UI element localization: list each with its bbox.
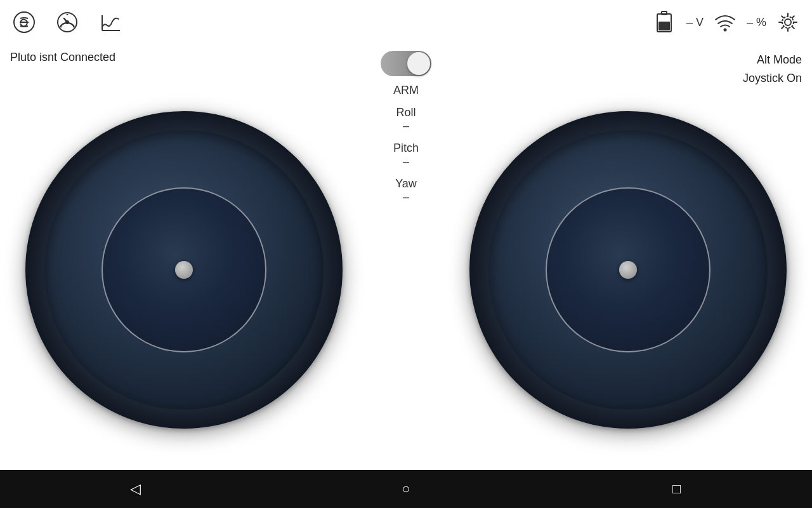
right-joystick-center bbox=[619, 261, 637, 279]
joysticks-area bbox=[0, 70, 812, 470]
top-bar-right: – V – % bbox=[651, 8, 802, 36]
battery-icon bbox=[651, 8, 679, 36]
right-joystick-wrapper bbox=[457, 86, 799, 454]
connection-text: Pluto isnt Connected bbox=[10, 51, 115, 64]
wifi-icon bbox=[711, 8, 739, 36]
left-joystick-wrapper bbox=[13, 86, 355, 454]
gauge-icon-button[interactable] bbox=[53, 8, 81, 36]
left-joystick-disc[interactable] bbox=[25, 111, 343, 429]
back-icon: ◁ bbox=[130, 481, 141, 497]
svg-point-4 bbox=[66, 21, 69, 23]
battery-voltage: – V bbox=[686, 16, 704, 29]
home-button[interactable]: ○ bbox=[387, 470, 425, 508]
settings-icon-button[interactable] bbox=[774, 8, 802, 36]
bottom-nav-bar: ◁ ○ □ bbox=[0, 470, 812, 508]
left-joystick-inner-ring bbox=[102, 187, 266, 352]
right-joystick-outer-ring bbox=[488, 130, 768, 410]
top-bar: – V – % bbox=[0, 0, 812, 44]
alt-mode-label: Alt Mode bbox=[743, 51, 802, 69]
wifi-percent: – % bbox=[747, 16, 766, 29]
svg-point-14 bbox=[785, 19, 791, 25]
svg-rect-12 bbox=[658, 22, 670, 30]
connection-status: Pluto isnt Connected bbox=[10, 51, 115, 64]
home-icon: ○ bbox=[402, 481, 410, 497]
recent-icon: □ bbox=[672, 481, 681, 497]
link-icon-button[interactable] bbox=[10, 8, 38, 36]
left-joystick-center bbox=[175, 261, 193, 279]
recent-button[interactable]: □ bbox=[658, 470, 696, 508]
svg-point-13 bbox=[723, 29, 726, 32]
left-joystick-outer-ring bbox=[44, 130, 324, 410]
right-joystick-disc[interactable] bbox=[469, 111, 787, 429]
svg-rect-11 bbox=[662, 11, 667, 15]
graph-icon-button[interactable] bbox=[96, 8, 124, 36]
top-bar-left bbox=[10, 8, 124, 36]
back-button[interactable]: ◁ bbox=[116, 470, 154, 508]
right-joystick-inner-ring bbox=[546, 187, 710, 352]
